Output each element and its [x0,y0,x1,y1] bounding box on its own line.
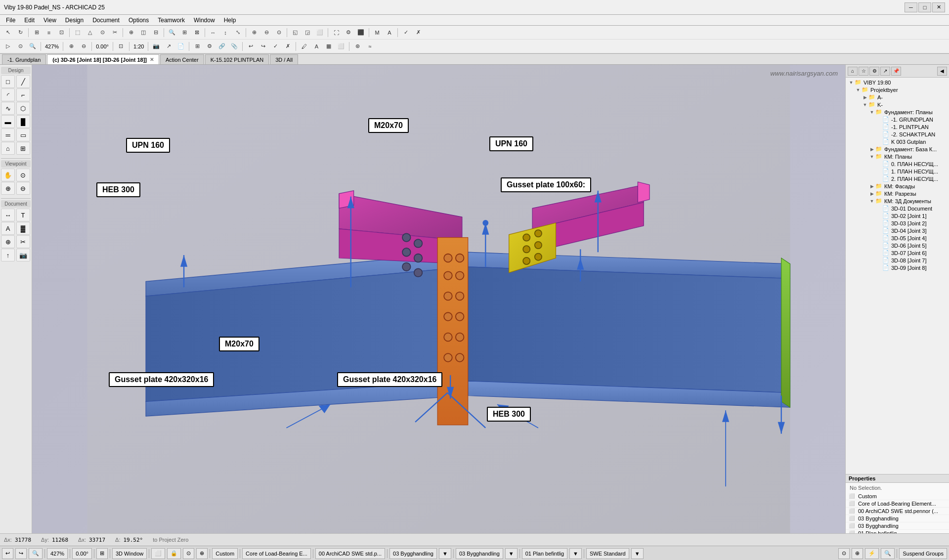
bb-plan-btn[interactable]: 01 Plan befintlig [522,548,567,559]
viewport[interactable]: UPN 160 M20x70 UPN 160 HEB 300 Gusset pl… [32,65,845,533]
tree-item-plan1[interactable]: 📄 1. ПЛАН НЕСУЩ... [846,168,949,175]
bb-icon-btn-4[interactable]: ⊕ [196,548,208,559]
bb-angle-btn[interactable]: 0.00° [72,548,92,559]
tb-btn-7[interactable]: △ [84,27,96,38]
tree-item-viby1980[interactable]: ▼ 📁 VIBY 19:80 [846,79,949,86]
rpanel-home-btn[interactable]: ⌂ [848,67,858,76]
tool-roof[interactable]: ⌂ [1,142,15,155]
bb-zoom-val[interactable]: 427% [47,548,68,559]
tb-btn-5[interactable]: ⊡ [55,27,67,38]
rpanel-settings-btn[interactable]: ⚙ [869,67,879,76]
tb-btn-11[interactable]: ◫ [137,27,149,38]
tb-btn-27[interactable]: ⬛ [355,27,367,38]
tb2-btn-7[interactable]: 📷 [150,41,162,52]
tool-column[interactable]: █ [16,115,30,128]
tb-btn-3[interactable]: ⊞ [31,27,43,38]
bb-zoom-btn[interactable]: 🔍 [29,548,43,559]
tb-btn-17[interactable]: ↕ [219,27,231,38]
tree-item-3d01[interactable]: 📄 3D-01 Document [846,205,949,212]
tb-btn-23[interactable]: ◲ [302,27,313,38]
tree-item-km-razrezy[interactable]: ▶ 📁 КМ: Разрезы [846,190,949,197]
tool-orbit[interactable]: ⊙ [16,169,30,181]
bb-core-btn[interactable]: Core of Load-Bearing E... [242,548,311,559]
tree-item-3d07[interactable]: 📄 3D-07 [Joint 6] [846,249,949,257]
tab-joint18[interactable]: (c) 3D-26 [Joint 18] [3D-26 [Joint 18]] … [47,54,159,64]
tb-btn-4[interactable]: ≡ [43,27,55,38]
tree-item-schaktplan[interactable]: 📄 -2. SCHAKTPLAN [846,130,949,138]
tree-item-k003[interactable]: 📄 K 003 Gutplan [846,138,949,145]
tb-btn-25[interactable]: ⛶ [330,27,342,38]
bb-bygg2-btn[interactable]: ▼ [439,548,451,559]
bb-plan-dd[interactable]: ▼ [569,548,582,559]
tree-item-3d08[interactable]: 📄 3D-08 [Joint 7] [846,257,949,264]
tb-btn-28[interactable]: M [371,27,383,38]
bb-swe-btn[interactable]: SWE Standard [586,548,629,559]
tree-item-3d02[interactable]: 📄 3D-02 [Joint 1] [846,212,949,219]
tb-btn-16[interactable]: ↔ [207,27,219,38]
tb-btn-10[interactable]: ⊕ [125,27,137,38]
tree-item-3d05[interactable]: 📄 3D-05 [Joint 4] [846,234,949,242]
rpanel-pin-btn[interactable]: 📌 [891,67,901,76]
tb-btn-19[interactable]: ⊕ [248,27,260,38]
tree-item-3d09[interactable]: 📄 3D-09 [Joint 8] [846,264,949,271]
tool-beam[interactable]: ═ [1,129,15,141]
tb-btn-15[interactable]: ⊠ [191,27,203,38]
bb-right-icon-2[interactable]: ⊕ [852,548,863,559]
menu-file[interactable]: File [2,16,19,25]
rpanel-collapse-btn[interactable]: ◀ [937,67,947,76]
menu-help[interactable]: Help [220,16,240,25]
bb-icon-btn-3[interactable]: ⊙ [183,548,194,559]
tb-btn-18[interactable]: ⤡ [232,27,244,38]
bb-right-icon-3[interactable]: ⚡ [865,548,879,559]
tool-label[interactable]: A [1,222,15,235]
tree-item-fund-baza[interactable]: ▶ 📁 Фундамент: База К... [846,145,949,153]
tool-zoom-out[interactable]: ⊖ [16,182,30,195]
bb-bygg1-btn[interactable]: 03 Bygghandling [389,548,437,559]
prop-row-plan-befintlig[interactable]: ⬜ 01 Plan befintlig [846,530,949,533]
tb2-btn-17[interactable]: ✗ [282,41,294,52]
tool-elevation[interactable]: ↑ [1,249,15,261]
tree-item-km-3d[interactable]: ▼ 📁 КМ: 3Д Документы [846,197,949,205]
tree-item-plan2[interactable]: 📄 2. ПЛАН НЕСУЩ... [846,175,949,182]
tree-item-a[interactable]: ▶ 📁 A- [846,93,949,101]
tool-slab[interactable]: ▭ [16,129,30,141]
tab-3d-all[interactable]: 3D / All [270,54,298,64]
menu-window[interactable]: Window [190,16,219,25]
bb-bygg3-dd[interactable]: ▼ [505,548,518,559]
prop-row-core-load[interactable]: ⬜ Core of Load-Bearing Element... [846,500,949,508]
tool-text[interactable]: T [16,209,30,221]
bb-bygg3-btn[interactable]: 03 Bygghandling [456,548,503,559]
tool-fill[interactable]: ▓ [16,222,30,235]
bb-swe-dd[interactable]: ▼ [631,548,644,559]
tb2-btn-15[interactable]: ↪ [257,41,269,52]
tool-arc[interactable]: ◜ [1,88,15,101]
tree-item-3d04[interactable]: 📄 3D-04 [Joint 3] [846,227,949,234]
rpanel-bookmark-btn[interactable]: ☆ [859,67,868,76]
menu-document[interactable]: Document [88,16,124,25]
rpanel-share-btn[interactable]: ↗ [880,67,890,76]
tb2-btn-3[interactable]: 🔍 [27,41,39,52]
tb2-btn-18[interactable]: 🖊 [298,41,310,52]
tb2-btn-10[interactable]: ⊞ [191,41,203,52]
tb2-btn-16[interactable]: ✓ [269,41,281,52]
menu-view[interactable]: View [40,16,60,25]
tb-btn-22[interactable]: ◱ [289,27,301,38]
tb2-btn-6[interactable]: ⊡ [115,41,127,52]
tb2-btn-23[interactable]: ≈ [364,41,376,52]
tool-polygon[interactable]: ⬡ [16,102,30,115]
tb2-btn-11[interactable]: ⚙ [204,41,216,52]
tab-joint18-close[interactable]: ✕ [150,57,154,62]
prop-row-bygg1[interactable]: ⬜ 03 Bygghandling [846,515,949,522]
menu-options[interactable]: Options [125,16,153,25]
prop-row-bygg2[interactable]: ⬜ 03 Bygghandling [846,522,949,530]
tree-item-km-plany[interactable]: ▼ 📁 КМ: Планы [846,153,949,160]
tb2-btn-19[interactable]: A [310,41,322,52]
tab-grundplan[interactable]: -1. Grundplan [2,54,46,64]
tool-mesh[interactable]: ⊞ [16,142,30,155]
tool-camera[interactable]: 📷 [16,249,30,261]
tb-btn-12[interactable]: ⊟ [150,27,162,38]
rotate-tool-button[interactable]: ↻ [14,27,26,38]
tool-wall[interactable]: ▬ [1,115,15,128]
bb-undo-btn[interactable]: ↩ [2,548,13,559]
tool-section[interactable]: ✂ [16,235,30,248]
